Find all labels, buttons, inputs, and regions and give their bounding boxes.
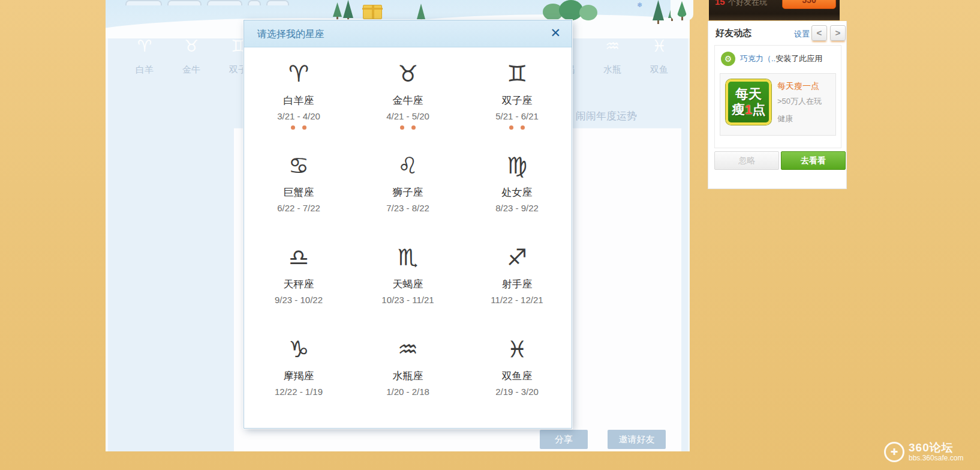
tab-pisces[interactable]: ♓ 双鱼 <box>638 36 681 76</box>
sign-name: 巨蟹座 <box>244 185 353 199</box>
faded-tab <box>167 0 202 5</box>
virgo-icon: ♍ <box>462 151 572 180</box>
friend-feed-title: 好友动态 <box>716 28 751 39</box>
loading-dots <box>353 125 462 130</box>
app-card: 每天 瘦1点 每天瘦一点 >50万人在玩 健康 <box>720 73 836 136</box>
tab-label: 水瓶 <box>603 64 621 76</box>
sign-dates: 4/21 - 5/20 <box>353 111 462 121</box>
share-button[interactable]: 分享 <box>540 430 588 449</box>
tab-label: 金牛 <box>182 64 200 76</box>
app-players-count: >50万人在玩 <box>777 96 822 107</box>
pisces-icon: ♓ <box>652 36 666 56</box>
friend-name-link[interactable]: 巧克力（.. <box>740 54 775 63</box>
plus-icon: ✚ <box>884 442 904 462</box>
sign-name: 金牛座 <box>353 94 462 107</box>
sign-name: 狮子座 <box>353 185 462 199</box>
ignore-button[interactable]: 忽略 <box>714 151 779 170</box>
sign-name: 天蝎座 <box>353 277 462 291</box>
faded-nav-tabs <box>125 0 289 5</box>
app-icon[interactable]: 每天 瘦1点 <box>726 79 771 125</box>
go-see-button[interactable]: 去看看 <box>781 151 846 170</box>
friend-feed-panel: 好友动态 设置 < > ⚙ 巧克力（..安装了此应用 每天 瘦1点 每天瘦一点 … <box>708 21 847 189</box>
zodiac-option-capricorn[interactable]: ♑ 摩羯座 12/22 - 1/19 <box>244 335 353 427</box>
sign-dates: 3/21 - 4/20 <box>244 111 353 121</box>
taurus-icon: ♉ <box>184 36 199 56</box>
zodiac-option-cancer[interactable]: ♋ 巨蟹座 6/22 - 7/22 <box>244 151 353 243</box>
faded-tab <box>207 0 242 5</box>
zodiac-option-gemini[interactable]: ♊ 双子座 5/21 - 6/21 <box>462 59 572 151</box>
gemini-icon: ♊ <box>462 59 572 88</box>
dialog-title: 请选择我的星座 <box>257 28 324 41</box>
friends-playing-banner[interactable]: 15 个好友在玩 550 <box>709 0 840 20</box>
settings-link[interactable]: 设置 <box>794 29 810 40</box>
sign-dates: 10/23 - 11/21 <box>353 295 462 305</box>
zodiac-grid: ♈ 白羊座 3/21 - 4/20 ♉ 金牛座 4/21 - 5/20 ♊ 双子… <box>244 47 572 427</box>
app-category: 健康 <box>777 113 793 124</box>
zodiac-select-dialog: 请选择我的星座 ✕ ♈ 白羊座 3/21 - 4/20 ♉ 金牛座 4/21 -… <box>244 20 572 429</box>
sign-dates: 12/22 - 1/19 <box>244 387 353 397</box>
capricorn-icon: ♑ <box>244 335 353 364</box>
sign-name: 处女座 <box>462 185 572 199</box>
banner-button[interactable]: 550 <box>782 0 836 9</box>
sign-name: 双子座 <box>462 94 572 107</box>
watermark-brand: 360论坛 <box>909 442 963 454</box>
zodiac-option-aries[interactable]: ♈ 白羊座 3/21 - 4/20 <box>244 59 353 151</box>
next-arrow-button[interactable]: > <box>830 25 846 41</box>
annual-fortune-link[interactable]: 闹闹年度运势 <box>576 109 637 123</box>
faded-tab <box>248 0 261 5</box>
bush-icon <box>579 5 597 20</box>
pisces-icon: ♓ <box>462 335 572 364</box>
tab-aquarius[interactable]: ♒ 水瓶 <box>591 36 634 76</box>
sign-dates: 6/22 - 7/22 <box>244 203 353 213</box>
sign-dates: 5/21 - 6/21 <box>462 111 572 121</box>
aquarius-icon: ♒ <box>605 36 620 56</box>
loading-dots <box>462 125 572 130</box>
sign-name: 射手座 <box>462 277 572 291</box>
forum-watermark: ✚ 360论坛 bbs.360safe.com <box>884 442 963 462</box>
zodiac-option-scorpio[interactable]: ♏ 天蝎座 10/23 - 11/21 <box>353 243 462 335</box>
zodiac-option-taurus[interactable]: ♉ 金牛座 4/21 - 5/20 <box>353 59 462 151</box>
sign-dates: 1/20 - 2/18 <box>353 387 462 397</box>
leo-icon: ♌ <box>353 151 462 180</box>
friends-count-label: 个好友在玩 <box>728 0 767 8</box>
cancer-icon: ♋ <box>244 151 353 180</box>
friends-count: 15 <box>715 0 725 8</box>
zodiac-option-aquarius[interactable]: ♒ 水瓶座 1/20 - 2/18 <box>353 335 462 427</box>
zodiac-option-virgo[interactable]: ♍ 处女座 8/23 - 9/22 <box>462 151 572 243</box>
app-icon-text: 每天 <box>735 86 762 102</box>
faded-tab <box>266 0 289 5</box>
zodiac-option-libra[interactable]: ♎ 天秤座 9/23 - 10/22 <box>244 243 353 335</box>
aries-icon: ♈ <box>244 59 353 88</box>
invite-friends-button[interactable]: 邀请好友 <box>608 430 666 449</box>
feed-item-header: ⚙ 巧克力（..安装了此应用 <box>721 52 822 66</box>
sign-dates: 9/23 - 10/22 <box>244 295 353 305</box>
loading-dots <box>244 125 353 130</box>
sign-dates: 8/23 - 9/22 <box>462 203 572 213</box>
gift-box-icon <box>363 5 382 19</box>
prev-arrow-button[interactable]: < <box>811 25 827 41</box>
feed-action-text: 安装了此应用 <box>775 54 822 63</box>
close-icon[interactable]: ✕ <box>550 26 561 40</box>
zodiac-option-leo[interactable]: ♌ 狮子座 7/23 - 8/22 <box>353 151 462 243</box>
snowflake-icon: ❄ <box>637 1 642 9</box>
sign-name: 天秤座 <box>244 277 353 291</box>
feed-item: ⚙ 巧克力（..安装了此应用 每天 瘦1点 每天瘦一点 >50万人在玩 健康 <box>714 45 841 148</box>
zodiac-option-sagittarius[interactable]: ♐ 射手座 11/22 - 12/21 <box>462 243 572 335</box>
sagittarius-icon: ♐ <box>462 243 572 272</box>
sign-name: 水瓶座 <box>353 369 462 383</box>
sign-name: 白羊座 <box>244 94 353 107</box>
tab-taurus[interactable]: ♉ 金牛 <box>170 36 213 76</box>
sign-name: 摩羯座 <box>244 369 353 383</box>
sign-dates: 7/23 - 8/22 <box>353 203 462 213</box>
aries-icon: ♈ <box>137 36 152 56</box>
scorpio-icon: ♏ <box>353 243 462 272</box>
gear-icon: ⚙ <box>721 52 735 66</box>
dialog-header: 请选择我的星座 ✕ <box>244 20 572 47</box>
taurus-icon: ♉ <box>353 59 462 88</box>
sign-dates: 11/22 - 12/21 <box>462 295 572 305</box>
tab-aries[interactable]: ♈ 白羊 <box>123 36 166 76</box>
tab-label: 双鱼 <box>650 64 668 76</box>
app-icon-text: 瘦1点 <box>732 102 765 118</box>
app-title-link[interactable]: 每天瘦一点 <box>777 81 819 92</box>
zodiac-option-pisces[interactable]: ♓ 双鱼座 2/19 - 3/20 <box>462 335 572 427</box>
